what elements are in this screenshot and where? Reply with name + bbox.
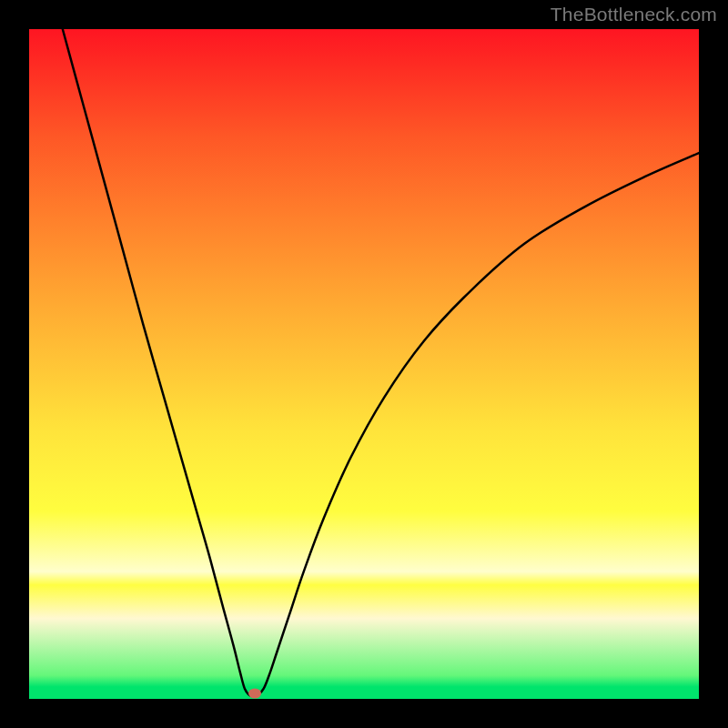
watermark-text: TheBottleneck.com xyxy=(551,4,717,25)
curve-svg xyxy=(29,29,699,699)
chart-frame: TheBottleneck.com xyxy=(0,0,728,728)
plot-area xyxy=(29,29,699,699)
bottleneck-curve xyxy=(63,29,699,696)
minimum-marker xyxy=(248,689,261,699)
